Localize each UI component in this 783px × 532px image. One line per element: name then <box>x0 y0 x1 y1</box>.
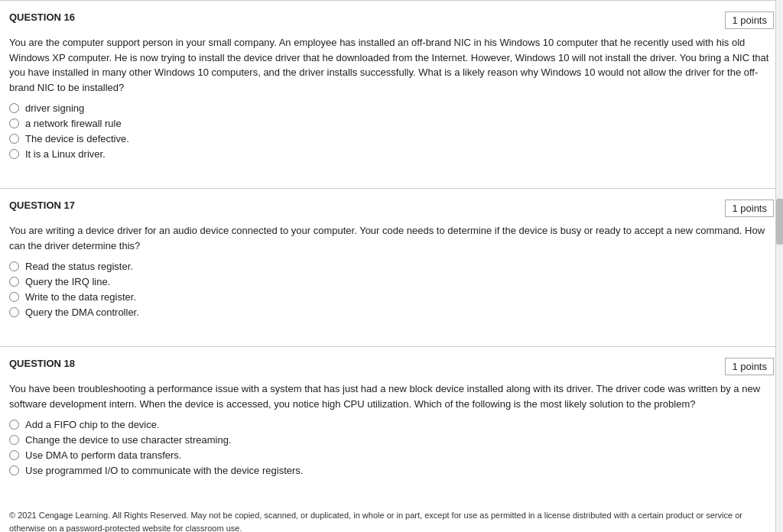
option-label-18-0: Add a FIFO chip to the device. <box>25 419 160 430</box>
points-badge-16: 1 points <box>725 11 774 29</box>
option-label-18-2: Use DMA to perform data transfers. <box>25 449 181 461</box>
options-list-18: Add a FIFO chip to the device.Change the… <box>9 419 774 476</box>
radio-18-2[interactable] <box>9 450 19 460</box>
option-item-16-0[interactable]: driver signing <box>9 102 774 114</box>
option-label-17-3: Query the DMA controller. <box>25 307 139 318</box>
question-text-18: You have been troubleshooting a performa… <box>9 381 774 411</box>
points-badge-17: 1 points <box>725 200 774 217</box>
option-label-17-2: Write to the data register. <box>25 291 136 303</box>
copyright-text: © 2021 Cengage Learning. All Rights Rese… <box>0 504 783 532</box>
question-title-18: QUESTION 18 <box>9 358 75 369</box>
option-item-17-1[interactable]: Query the IRQ line. <box>9 276 774 287</box>
radio-16-0[interactable] <box>9 103 19 113</box>
option-label-17-0: Read the status register. <box>25 261 133 272</box>
option-item-16-2[interactable]: The device is defective. <box>9 133 774 144</box>
scrollbar-thumb[interactable] <box>776 199 783 245</box>
question-text-17: You are writing a device driver for an a… <box>9 223 774 253</box>
options-list-17: Read the status register.Query the IRQ l… <box>9 261 774 318</box>
radio-18-1[interactable] <box>9 435 19 445</box>
option-item-17-3[interactable]: Query the DMA controller. <box>9 307 774 318</box>
option-label-17-1: Query the IRQ line. <box>25 276 110 287</box>
radio-16-2[interactable] <box>9 134 19 144</box>
radio-16-3[interactable] <box>9 149 19 159</box>
question-text-16: You are the computer support person in y… <box>9 35 774 95</box>
radio-18-3[interactable] <box>9 466 19 475</box>
question-block-17: QUESTION 171 pointsYou are writing a dev… <box>0 188 783 346</box>
option-item-16-1[interactable]: a network firewall rule <box>9 118 774 129</box>
radio-17-0[interactable] <box>9 261 19 271</box>
option-item-18-0[interactable]: Add a FIFO chip to the device. <box>9 419 774 430</box>
question-header-17: QUESTION 171 points <box>9 200 774 217</box>
option-item-17-2[interactable]: Write to the data register. <box>9 291 774 303</box>
option-label-16-1: a network firewall rule <box>25 118 122 129</box>
option-label-18-1: Change the device to use character strea… <box>25 434 232 446</box>
radio-16-1[interactable] <box>9 118 19 128</box>
option-label-18-3: Use programmed I/O to communicate with t… <box>25 465 303 476</box>
radio-17-2[interactable] <box>9 292 19 302</box>
options-list-16: driver signinga network firewall ruleThe… <box>9 102 774 160</box>
question-header-18: QUESTION 181 points <box>9 358 774 375</box>
question-title-16: QUESTION 16 <box>9 11 75 23</box>
option-item-18-1[interactable]: Change the device to use character strea… <box>9 434 774 446</box>
question-header-16: QUESTION 161 points <box>9 11 774 29</box>
points-badge-18: 1 points <box>725 358 774 375</box>
scrollbar-track[interactable] <box>775 0 783 532</box>
option-item-16-3[interactable]: It is a Linux driver. <box>9 148 774 160</box>
option-label-16-0: driver signing <box>25 102 84 114</box>
radio-17-1[interactable] <box>9 277 19 287</box>
question-block-16: QUESTION 161 pointsYou are the computer … <box>0 0 783 188</box>
question-block-18: QUESTION 181 pointsYou have been trouble… <box>0 346 783 504</box>
option-item-18-2[interactable]: Use DMA to perform data transfers. <box>9 449 774 461</box>
option-label-16-2: The device is defective. <box>25 133 129 144</box>
radio-18-0[interactable] <box>9 420 19 430</box>
option-item-18-3[interactable]: Use programmed I/O to communicate with t… <box>9 465 774 476</box>
option-label-16-3: It is a Linux driver. <box>25 148 106 160</box>
question-title-17: QUESTION 17 <box>9 200 75 211</box>
option-item-17-0[interactable]: Read the status register. <box>9 261 774 272</box>
radio-17-3[interactable] <box>9 307 19 317</box>
